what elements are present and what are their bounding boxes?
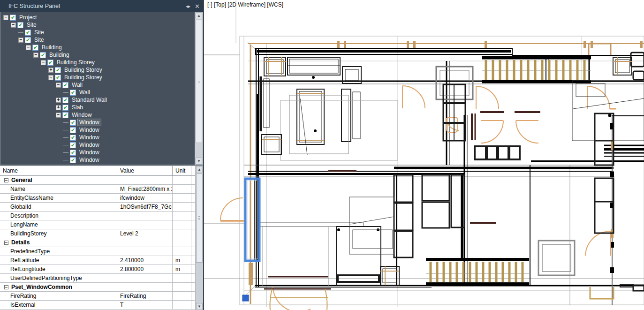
tree-item-label[interactable]: Project (18, 14, 38, 21)
scroll-up-icon[interactable]: ▲ (196, 12, 202, 19)
collapse-icon[interactable]: − (26, 45, 31, 50)
tree-item-label[interactable]: Building (48, 52, 71, 58)
property-value-cell[interactable] (117, 212, 173, 220)
visibility-checkbox[interactable]: ✔ (70, 120, 76, 126)
column-header-name[interactable]: Name (0, 166, 117, 175)
property-row[interactable]: IsExternalT (0, 301, 195, 310)
property-value-cell[interactable]: 2.800000 (117, 265, 173, 273)
property-row[interactable]: PredefinedType (0, 247, 195, 256)
visibility-checkbox[interactable]: ✔ (10, 15, 16, 21)
property-row[interactable]: GlobalId1hOSvn6df7F8_7GcB' (0, 203, 195, 212)
column-header-unit[interactable]: Unit (173, 166, 191, 175)
viewport-controls-label[interactable]: [-] [Top] [2D Wireframe] [WCS] (207, 1, 283, 8)
visibility-checkbox[interactable]: ✔ (70, 135, 76, 141)
floor-plan-svg[interactable] (204, 0, 644, 310)
collapse-icon[interactable]: − (11, 23, 16, 28)
tree-item-label[interactable]: Building Storey (55, 59, 96, 66)
property-value-cell[interactable]: Level 2 (117, 229, 173, 238)
property-value-cell[interactable]: 1hOSvn6df7F8_7GcB' (117, 203, 173, 211)
visibility-checkbox[interactable]: ✔ (70, 150, 76, 156)
tree-item-building-storey[interactable]: +✔Building Storey (0, 66, 195, 74)
property-row[interactable]: NameM_Fixed:2800mm x 2 (0, 185, 195, 194)
visibility-checkbox[interactable]: ✔ (55, 67, 61, 73)
drawing-viewport[interactable]: [-] [Top] [2D Wireframe] [WCS] (204, 0, 644, 310)
property-row[interactable]: UserDefinedPartitioningType (0, 274, 195, 283)
dock-toggle-icon[interactable]: ◂▸ (186, 3, 190, 9)
properties-scrollbar[interactable]: ▲ ▼ (195, 166, 203, 310)
tree-item-label[interactable]: Site (33, 37, 45, 43)
property-value-cell[interactable] (117, 238, 173, 247)
property-value-cell[interactable]: M_Fixed:2800mm x 2 (117, 185, 173, 193)
tree-item-standard-wall[interactable]: +✔Standard Wall (0, 96, 195, 104)
collapse-icon[interactable]: − (18, 38, 23, 43)
collapse-icon[interactable]: − (3, 15, 8, 20)
property-group-row[interactable]: Pset_WindowCommon (0, 283, 195, 292)
visibility-checkbox[interactable]: ✔ (55, 75, 61, 81)
property-group-row[interactable]: General (0, 176, 195, 185)
tree-item-window[interactable]: ✔Window (0, 119, 195, 126)
expand-icon[interactable]: + (56, 105, 61, 110)
property-value-cell[interactable] (117, 220, 173, 229)
tree-scrollbar-thumb[interactable] (196, 20, 202, 143)
tree-item-building[interactable]: −✔Building (0, 44, 195, 51)
tree-item-label[interactable]: Standard Wall (70, 97, 108, 103)
visibility-checkbox[interactable]: ✔ (70, 142, 76, 148)
tree-item-label[interactable]: Building (40, 44, 63, 51)
tree-item-label[interactable]: Window (78, 149, 101, 156)
property-value-cell[interactable]: T (117, 301, 173, 309)
property-value-cell[interactable] (117, 247, 173, 256)
property-value-cell[interactable] (117, 176, 173, 184)
property-group-row[interactable]: Details (0, 238, 195, 247)
visibility-checkbox[interactable]: ✔ (62, 105, 68, 111)
tree-item-label[interactable]: Building Storey (63, 67, 104, 73)
tree-item-label[interactable]: Window (78, 142, 101, 148)
visibility-checkbox[interactable]: ✔ (62, 112, 68, 118)
column-header-value[interactable]: Value (117, 166, 173, 175)
collapse-group-icon[interactable] (4, 241, 8, 245)
tree-item-label[interactable]: Window (70, 112, 93, 118)
tree-item-label[interactable]: Window (78, 134, 101, 141)
property-value-cell[interactable]: FireRating (117, 292, 173, 300)
property-row[interactable]: Description (0, 212, 195, 220)
property-row[interactable]: BuildingStoreyLevel 2 (0, 229, 195, 238)
tree-item-window[interactable]: −✔Window (0, 111, 195, 119)
properties-scrollbar-thumb[interactable] (196, 174, 203, 263)
selection-grip[interactable] (242, 295, 249, 301)
collapse-icon[interactable]: − (56, 113, 61, 118)
close-icon[interactable]: ✕ (195, 3, 199, 10)
tree-item-wall[interactable]: −✔Wall (0, 81, 195, 89)
visibility-checkbox[interactable]: ✔ (25, 37, 31, 43)
collapse-icon[interactable]: − (56, 83, 61, 88)
scroll-up-icon[interactable]: ▲ (196, 166, 203, 173)
tree-item-window[interactable]: ✔Window (0, 149, 195, 156)
tree-item-building-storey[interactable]: −✔Building Storey (0, 59, 195, 66)
collapse-icon[interactable]: − (48, 75, 53, 80)
selected-window-highlight[interactable] (245, 179, 259, 261)
property-value-cell[interactable]: 2.410000 (117, 256, 173, 265)
tree-item-label[interactable]: Site (25, 22, 38, 28)
tree-item-label[interactable]: Wall (70, 82, 84, 88)
property-value-cell[interactable] (117, 274, 173, 282)
tree-item-label[interactable]: Window (78, 127, 101, 133)
property-value-cell[interactable]: ifcwindow (117, 194, 173, 202)
tree-item-site[interactable]: −✔Site (0, 21, 195, 29)
property-row[interactable]: EntityClassNameifcwindow (0, 194, 195, 203)
tree-item-site[interactable]: −✔Site (0, 36, 195, 44)
tree-item-window[interactable]: ✔Window (0, 141, 195, 149)
visibility-checkbox[interactable]: ✔ (62, 97, 68, 103)
collapse-group-icon[interactable] (4, 285, 8, 289)
visibility-checkbox[interactable]: ✔ (40, 52, 46, 58)
collapse-group-icon[interactable] (4, 178, 8, 182)
property-value-cell[interactable] (117, 283, 173, 291)
property-row[interactable]: LongName (0, 220, 195, 229)
visibility-checkbox[interactable]: ✔ (47, 60, 53, 66)
tree-item-building-storey[interactable]: −✔Building Storey (0, 74, 195, 81)
tree-item-project[interactable]: −✔Project (0, 14, 195, 21)
tree-item-label[interactable]: Slab (70, 104, 84, 111)
property-row[interactable]: FireRatingFireRating (0, 292, 195, 301)
tree-scrollbar[interactable]: ▲ ▼ (195, 12, 203, 165)
property-row[interactable]: RefLatitude2.410000m (0, 256, 195, 265)
collapse-icon[interactable]: − (33, 53, 38, 58)
tree-item-slab[interactable]: +✔Slab (0, 104, 195, 111)
visibility-checkbox[interactable]: ✔ (62, 82, 68, 88)
